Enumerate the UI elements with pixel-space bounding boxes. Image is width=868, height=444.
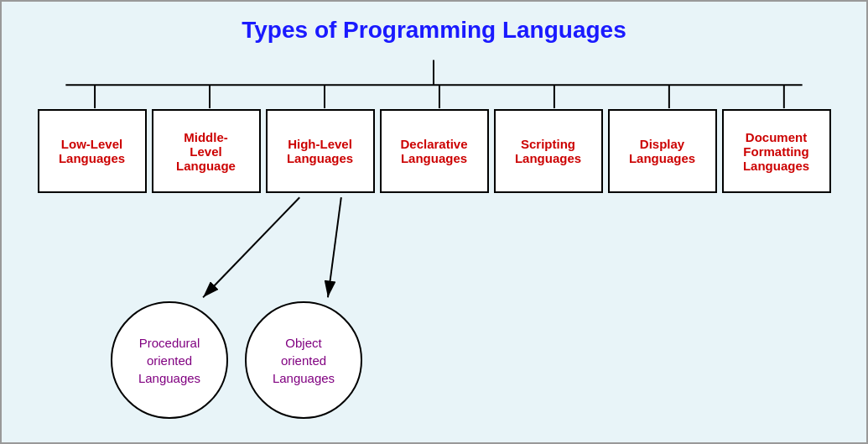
- diagram-title: Types of Programming Languages: [2, 2, 866, 52]
- middle-level-box: Middle- Level Language: [152, 109, 261, 193]
- diagram-container: Types of Programming Languages: [0, 0, 868, 444]
- language-boxes-row: Low-Level Languages Middle- Level Langua…: [2, 109, 866, 193]
- circles-row: Procedural oriented Languages Object ori…: [111, 301, 362, 419]
- low-level-box: Low-Level Languages: [38, 109, 147, 193]
- scripting-box: Scripting Languages: [494, 109, 603, 193]
- svg-line-10: [328, 197, 341, 297]
- svg-line-9: [203, 197, 299, 297]
- procedural-circle: Procedural oriented Languages: [111, 301, 228, 419]
- display-box: Display Languages: [608, 109, 717, 193]
- object-oriented-circle: Object oriented Languages: [245, 301, 362, 419]
- high-level-box: High-Level Languages: [266, 109, 375, 193]
- declarative-box: Declarative Languages: [380, 109, 489, 193]
- document-formatting-box: Document Formatting Languages: [722, 109, 831, 193]
